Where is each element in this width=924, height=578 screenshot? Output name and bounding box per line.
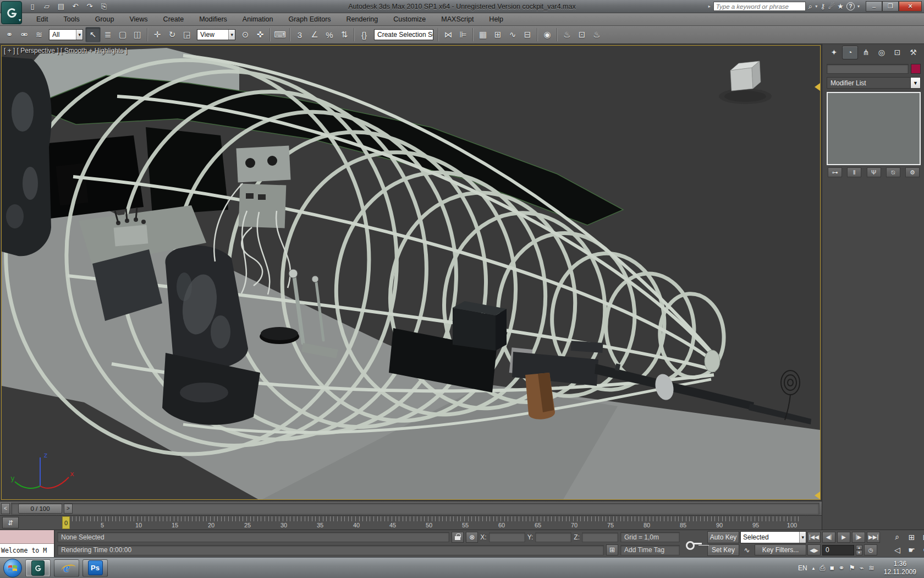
add-time-tag[interactable]: Add Time Tag <box>620 545 680 555</box>
create-tab-icon[interactable]: ✦ <box>827 46 842 59</box>
listener-macro-row[interactable] <box>0 530 54 544</box>
taskbar-3dsmax-button[interactable] <box>25 559 51 577</box>
menu-item[interactable]: Create <box>156 13 192 25</box>
listener-script-row[interactable]: Welcome to M <box>0 544 54 557</box>
time-slider-handle[interactable]: 0 / 100 <box>18 504 62 514</box>
wireless-icon[interactable]: ≋ <box>868 564 875 572</box>
maximize-button[interactable]: ❐ <box>882 1 899 12</box>
key-mode-toggle[interactable]: ◀▶ <box>807 544 821 555</box>
menu-item[interactable]: Help <box>481 13 511 25</box>
absolute-offset-mode-toggle[interactable]: ⊗ <box>466 532 478 543</box>
spinner-snap-icon[interactable]: ⇅ <box>337 28 351 42</box>
application-menu-button[interactable]: ▾ <box>1 1 22 24</box>
select-and-scale-icon[interactable]: ◲ <box>180 28 194 42</box>
modify-tab-icon[interactable]: ◔ <box>843 46 857 59</box>
track-bar[interactable]: ⇵ 51015202530354045505560657075808590951… <box>0 515 822 530</box>
default-tangent-icon[interactable]: ∿ <box>740 544 754 555</box>
use-pivot-center-icon[interactable]: ⊙ <box>238 28 252 42</box>
save-file-icon[interactable]: ▤ <box>55 2 67 12</box>
spinner-up-icon[interactable]: ▲ <box>856 545 862 550</box>
show-end-result-icon[interactable]: ‖ <box>847 167 861 177</box>
field-of-view-icon[interactable]: ◁ <box>891 544 904 555</box>
tray-binoculars-icon[interactable]: ⚭ <box>839 564 845 572</box>
z-coord-field[interactable] <box>582 532 618 542</box>
help-icon[interactable]: ? <box>846 2 855 10</box>
search-icon[interactable]: ⌕ <box>809 2 812 11</box>
time-slider-next-button[interactable]: > <box>64 504 73 514</box>
bind-to-space-warp-icon[interactable]: ≋ <box>32 28 46 42</box>
taskbar-clock[interactable]: 1:36 12.11.2009 <box>879 560 921 576</box>
maxscript-mini-listener[interactable]: Welcome to M <box>0 530 55 557</box>
menu-item[interactable]: Tools <box>56 13 87 25</box>
select-by-name-icon[interactable]: ≣ <box>101 28 115 42</box>
make-unique-icon[interactable]: Ψ <box>867 167 881 177</box>
time-slider-prev-button[interactable]: < <box>1 503 10 514</box>
object-color-swatch[interactable] <box>911 64 921 74</box>
play-icon[interactable]: ▶ <box>837 532 850 543</box>
named-selection-sets-dropdown[interactable]: Create Selection Se <box>374 29 433 40</box>
window-crossing-icon[interactable]: ◫ <box>130 28 145 42</box>
curve-editor-icon[interactable]: ∿ <box>505 28 520 42</box>
utilities-tab-icon[interactable]: ⚒ <box>906 46 921 59</box>
select-and-rotate-icon[interactable]: ↻ <box>165 28 179 42</box>
frame-spinner[interactable]: ▲▼ <box>856 545 862 555</box>
menu-item[interactable]: Views <box>122 13 155 25</box>
new-scene-icon[interactable]: ▯ <box>26 2 38 12</box>
material-editor-icon[interactable]: ◉ <box>540 28 554 42</box>
set-key-button[interactable]: Set Key <box>707 544 739 557</box>
infocenter-search-input[interactable] <box>713 2 806 11</box>
time-configuration-button[interactable]: ◷ <box>864 544 877 555</box>
viewport-label[interactable]: [ + ] [ Perspective ] [ Smooth + Highlig… <box>4 47 127 54</box>
menu-item[interactable]: Rendering <box>339 13 386 25</box>
select-object-icon[interactable]: ↖ <box>86 28 100 42</box>
remove-modifier-icon[interactable]: ⍉ <box>886 167 900 177</box>
previous-frame-icon[interactable]: ◀| <box>822 532 835 543</box>
pan-icon[interactable]: ☛ <box>905 544 918 555</box>
rectangular-selection-region-icon[interactable]: ▢ <box>116 28 130 42</box>
object-name-field[interactable] <box>827 64 909 74</box>
undo-icon[interactable]: ↶ <box>69 2 81 12</box>
isolate-toggle[interactable]: ⊞ <box>606 544 618 555</box>
search-history-caret-icon[interactable]: ▸ <box>708 4 711 9</box>
network-icon[interactable]: ⌁ <box>860 564 864 572</box>
redo-icon[interactable]: ↷ <box>84 2 96 12</box>
menu-item[interactable]: Edit <box>29 13 56 25</box>
tray-app2-icon[interactable]: ■ <box>830 564 834 572</box>
align-icon[interactable]: ⊫ <box>456 28 470 42</box>
minimize-button[interactable]: – <box>866 1 882 12</box>
modifier-list-dropdown[interactable]: Modifier List ▼ <box>827 77 921 89</box>
menu-item[interactable]: Customize <box>386 13 433 25</box>
favorites-star-icon[interactable]: ★ <box>837 2 844 10</box>
edit-named-selection-sets-icon[interactable]: {} <box>357 28 371 42</box>
open-file-icon[interactable]: ▱ <box>41 2 53 12</box>
keyboard-override-icon[interactable]: ⌨ <box>273 28 287 42</box>
modifier-stack[interactable] <box>827 92 921 165</box>
current-frame-marker[interactable]: 0 <box>62 516 70 529</box>
pin-stack-icon[interactable]: ⊶ <box>828 167 842 177</box>
x-coord-field[interactable] <box>489 532 525 542</box>
hierarchy-tab-icon[interactable]: ⋔ <box>859 46 873 59</box>
taskbar-photoshop-button[interactable]: Ps <box>82 559 108 577</box>
search-options-caret-icon[interactable]: ▾ <box>815 4 817 9</box>
key-selection-dropdown[interactable]: Selected <box>740 531 806 543</box>
key-filters-button[interactable]: Key Filters... <box>755 544 806 555</box>
close-button[interactable]: ✕ <box>899 1 922 12</box>
arc-rotate-icon[interactable]: ↺ <box>920 544 924 555</box>
zoom-icon[interactable]: ⌕ <box>891 532 904 543</box>
tray-app1-icon[interactable]: ⎙ <box>820 564 825 572</box>
rendered-frame-window-icon[interactable]: ⊡ <box>575 28 589 42</box>
snap-toggle-3d-icon[interactable]: 3 <box>293 28 307 42</box>
time-slider-track[interactable]: 0 / 100 > <box>11 503 820 515</box>
tail-cap[interactable] <box>705 350 720 372</box>
go-to-start-icon[interactable]: |◀◀ <box>807 532 821 543</box>
modifier-list-caret-icon[interactable]: ▼ <box>911 77 921 89</box>
show-hidden-icons-caret[interactable]: ▴ <box>812 565 815 571</box>
y-coord-field[interactable] <box>535 532 571 542</box>
menu-item[interactable]: Group <box>87 13 122 25</box>
viewport-canvas[interactable]: z y x <box>2 46 820 500</box>
menu-item[interactable]: MAXScript <box>433 13 481 25</box>
motion-tab-icon[interactable]: ◎ <box>874 46 889 59</box>
auto-key-button[interactable]: Auto Key <box>707 531 739 543</box>
mirror-icon[interactable]: ⋈ <box>441 28 455 42</box>
selection-filter-dropdown[interactable]: All <box>49 29 83 40</box>
